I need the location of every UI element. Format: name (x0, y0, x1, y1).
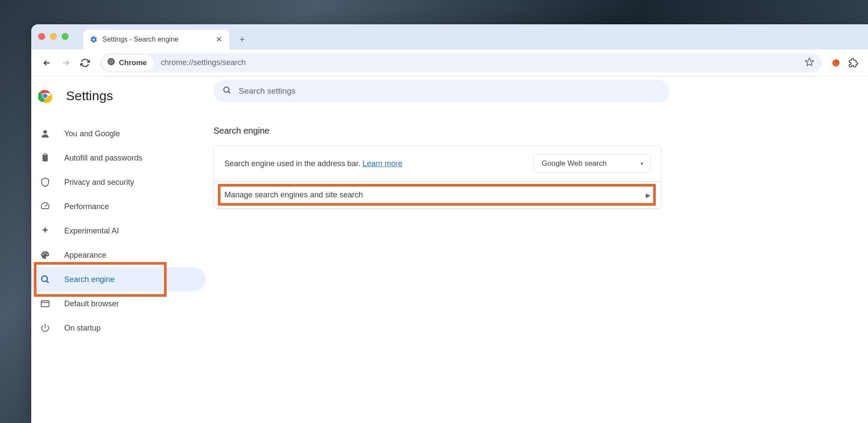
settings-nav-list: You and Google Autofill and passwords Pr… (31, 114, 214, 340)
speedometer-icon (40, 201, 50, 212)
minimize-window-button[interactable] (50, 33, 57, 40)
sidebar-item-privacy[interactable]: Privacy and security (31, 170, 206, 194)
sparkle-icon (40, 226, 50, 236)
site-info-chip[interactable]: Chrome (102, 55, 154, 71)
nav-label: Experimental AI (64, 226, 119, 236)
sidebar-item-performance[interactable]: Performance (31, 194, 206, 219)
settings-header: Settings (31, 83, 214, 114)
search-icon (40, 274, 50, 285)
nav-label: You and Google (64, 129, 120, 138)
browser-window-icon (40, 298, 50, 309)
nav-label: Performance (64, 202, 109, 211)
search-engine-dropdown[interactable]: Google Web search (533, 154, 651, 173)
search-engine-row: Search engine used in the address bar. L… (214, 146, 661, 181)
search-placeholder: Search settings (239, 86, 296, 96)
bookmark-star-icon[interactable] (805, 57, 814, 69)
reload-button[interactable] (76, 54, 94, 72)
settings-title: Settings (66, 89, 113, 103)
svg-point-7 (43, 130, 47, 134)
settings-content: Settings You and Google Autofill and pas… (31, 76, 868, 423)
sidebar-item-you-and-google[interactable]: You and Google (31, 121, 206, 146)
shield-icon (40, 177, 50, 187)
nav-label: Default browser (64, 299, 119, 308)
manage-search-engines-row[interactable]: Manage search engines and site search ▶ (214, 181, 661, 208)
row-description: Search engine used in the address bar. L… (224, 159, 402, 168)
nav-label: On startup (64, 324, 101, 333)
clipboard-icon (40, 153, 50, 163)
svg-point-2 (110, 60, 112, 63)
sidebar-item-appearance[interactable]: Appearance (31, 243, 206, 267)
address-bar[interactable]: Chrome chrome://settings/search (100, 53, 822, 72)
extensions-puzzle-icon[interactable] (845, 55, 861, 71)
forward-button[interactable] (57, 54, 75, 72)
dropdown-value: Google Web search (542, 159, 607, 167)
browser-window: Settings - Search engine ✕ + Chrome chro… (31, 24, 868, 423)
settings-main-panel: Search settings Search engine Search eng… (214, 76, 868, 423)
settings-sidebar: Settings You and Google Autofill and pas… (31, 76, 214, 423)
tab-strip: Settings - Search engine ✕ + (31, 24, 868, 49)
search-engine-card: Search engine used in the address bar. L… (214, 145, 661, 209)
svg-point-10 (43, 254, 44, 256)
close-window-button[interactable] (38, 33, 45, 40)
sidebar-item-experimental-ai[interactable]: Experimental AI (31, 219, 206, 243)
url-text: chrome://settings/search (161, 58, 805, 67)
sidebar-item-autofill[interactable]: Autofill and passwords (31, 146, 206, 170)
search-settings-input[interactable]: Search settings (214, 80, 669, 102)
row-label: Manage search engines and site search (224, 190, 363, 200)
window-controls (38, 33, 69, 40)
power-icon (40, 323, 50, 333)
chrome-logo-icon (38, 89, 52, 103)
svg-point-11 (44, 252, 45, 254)
tab-title: Settings - Search engine (102, 36, 210, 43)
learn-more-link[interactable]: Learn more (362, 159, 402, 168)
tab-close-button[interactable]: ✕ (214, 35, 223, 44)
browser-toolbar: Chrome chrome://settings/search (31, 49, 868, 76)
chrome-icon (107, 57, 115, 68)
chevron-right-icon: ▶ (646, 192, 651, 199)
maximize-window-button[interactable] (62, 33, 69, 40)
new-tab-button[interactable]: + (234, 32, 250, 47)
browser-tab[interactable]: Settings - Search engine ✕ (83, 30, 229, 49)
svg-rect-9 (44, 154, 46, 155)
svg-point-12 (46, 252, 47, 254)
palette-icon (40, 250, 50, 260)
section-title: Search engine (214, 126, 828, 136)
nav-label: Search engine (64, 275, 115, 284)
svg-rect-15 (41, 301, 49, 307)
sidebar-item-search-engine[interactable]: Search engine (31, 267, 206, 292)
nav-label: Privacy and security (64, 178, 134, 187)
sidebar-item-on-startup[interactable]: On startup (31, 316, 206, 340)
back-button[interactable] (38, 54, 56, 72)
svg-point-13 (47, 254, 48, 256)
nav-label: Appearance (64, 251, 106, 260)
nav-label: Autofill and passwords (64, 154, 142, 163)
sidebar-item-default-browser[interactable]: Default browser (31, 292, 206, 316)
search-icon (222, 85, 232, 97)
gear-icon (89, 35, 98, 44)
person-icon (40, 128, 50, 139)
site-chip-label: Chrome (119, 59, 147, 67)
extension-icon-1[interactable] (828, 55, 844, 71)
